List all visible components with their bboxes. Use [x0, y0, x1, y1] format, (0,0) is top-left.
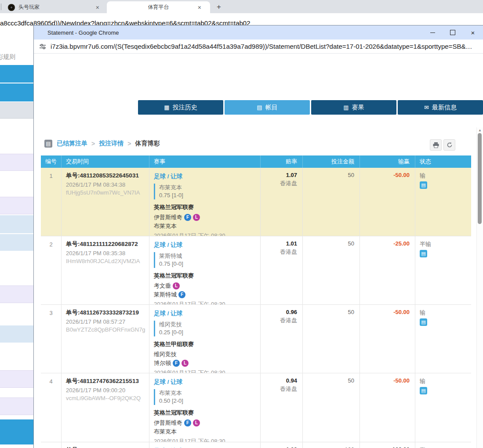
scrollbar-thumb[interactable] — [478, 133, 482, 224]
odds-value: 0.96 — [265, 309, 297, 315]
result-icon[interactable]: ▤ — [420, 387, 427, 394]
nav-bet-history-button[interactable]: ▦ 投注历史 — [138, 100, 223, 115]
pick-team: 布莱克本 — [159, 184, 256, 191]
handicap: 0.75 [1-0] — [159, 191, 256, 199]
window-title: Statement - Google Chrome — [47, 29, 119, 36]
nav-accounts-button[interactable]: ▤ 帐目 — [225, 100, 310, 115]
stripe — [0, 83, 33, 101]
odds-value: 1.08 — [265, 446, 297, 448]
stripe — [0, 325, 33, 343]
stripe — [0, 102, 33, 119]
live-badge: L — [193, 214, 200, 221]
bet-ref: fUHjg5sU7n0wm7Wc_VN7IA — [66, 189, 145, 196]
scroll-up-arrow[interactable]: ▲ — [477, 128, 483, 132]
status-label: 赢 — [420, 446, 467, 448]
breadcrumb-separator: > — [127, 140, 131, 147]
bet-id: 单号:481146842369753218 — [66, 446, 145, 448]
result-icon[interactable]: ▤ — [420, 181, 427, 189]
bet-id: 单号:481127476362215513 — [66, 377, 145, 385]
url-text[interactable]: i7z3ia.bpvmr7u6.com/(S(Tesqedix6ebcbc9af… — [51, 43, 472, 50]
row-number: 5 — [41, 442, 62, 448]
breadcrumb-settled-bets[interactable]: 已结算注单 — [57, 140, 87, 148]
stripe — [0, 285, 33, 303]
col-event: 赛事 — [149, 155, 261, 168]
print-button[interactable] — [430, 139, 442, 151]
odds-value: 1.07 — [265, 172, 297, 178]
tab-divider — [1, 4, 1, 10]
stripe — [0, 419, 33, 444]
screen: 头号玩家 × 体育平台 × + a8ccc3dfca89605d))/NewIn… — [0, 0, 483, 448]
winloss-amount: -25.00 — [360, 236, 415, 304]
result-icon[interactable]: ▤ — [420, 318, 427, 326]
pick-team: 维冈竞技 — [159, 321, 256, 329]
close-window-button[interactable]: × — [463, 25, 483, 40]
home-team-line: 维冈竞技 — [154, 350, 256, 359]
grid-icon: ▦ — [164, 104, 169, 111]
nav-label: 最新信息 — [432, 104, 457, 112]
nav-latest-info-button[interactable]: ✉ 最新信息 — [398, 100, 483, 115]
market-link[interactable]: 足球 / 让球 — [154, 378, 182, 386]
maximize-button[interactable] — [443, 25, 463, 40]
bet-id: 单号:481126733332873219 — [66, 309, 145, 317]
mail-icon: ✉ — [424, 104, 429, 111]
table-row: 3 单号:481126733332873219 2026/1/17 PM 08:… — [41, 305, 471, 373]
tab-touhao-wanjia[interactable]: 头号玩家 × — [4, 1, 104, 13]
table-row: 2 单号:481121111220682872 2026/1/17 PM 08:… — [41, 236, 471, 305]
nav-label: 投注历史 — [173, 104, 197, 112]
status-label: 输 — [420, 377, 467, 385]
live-badge: L — [193, 419, 200, 426]
results-icon: ▥ — [343, 104, 349, 111]
popup-scrollbar[interactable]: ▲ — [476, 127, 483, 448]
market-link[interactable]: 足球 / 让球 — [154, 173, 182, 181]
market-link[interactable]: 足球 / 让球 — [154, 241, 182, 249]
site-settings-icon[interactable] — [39, 43, 46, 50]
stake-amount: 50 — [303, 236, 360, 304]
breadcrumb-bet-details[interactable]: 投注详情 — [99, 140, 123, 148]
first-half-badge: F — [178, 291, 185, 298]
refresh-button[interactable] — [443, 139, 455, 151]
minimize-icon — [430, 33, 435, 33]
pick-box: 布莱克本 0.50 [2-0] — [154, 389, 256, 405]
stripe — [0, 215, 33, 234]
statement-doc-icon: ▤ — [44, 140, 52, 148]
nav-results-button[interactable]: ▥ 赛果 — [311, 100, 396, 115]
match-time: 2026年01月17日 下午 08:30 — [154, 437, 256, 442]
stripe — [0, 154, 33, 171]
winloss-amount: 108.00 — [360, 442, 415, 448]
table-header-row: 编号 交易时间 赛事 赔率 投注金额 输赢 状态 — [41, 155, 471, 168]
handicap: 0.25 [0-0] — [159, 329, 256, 336]
col-winloss: 输赢 — [360, 155, 415, 168]
tab-sports-platform[interactable]: 体育平台 × — [107, 1, 210, 13]
stripe — [0, 65, 33, 83]
home-team-line: 伊普斯维奇 F L — [154, 419, 256, 427]
table-toolbar — [430, 139, 455, 151]
odds-value: 1.01 — [265, 240, 297, 247]
new-tab-button[interactable]: + — [214, 2, 224, 12]
address-bar[interactable]: i7z3ia.bpvmr7u6.com/(S(Tesqedix6ebcbc9af… — [34, 40, 483, 54]
table-row: 5 单号:481146842369753218 2026/1/17 PM 10:… — [41, 442, 471, 448]
close-icon[interactable]: × — [198, 4, 201, 11]
col-status: 状态 — [415, 155, 471, 168]
close-icon[interactable]: × — [96, 4, 99, 11]
minimize-button[interactable] — [422, 25, 443, 40]
bet-ref: IHmW8rh0RJCALd2XjVMZiA — [66, 258, 145, 264]
odds-type: 香港盘 — [265, 180, 297, 188]
popup-title-bar[interactable]: Statement - Google Chrome × — [34, 25, 483, 40]
result-icon[interactable]: ▤ — [420, 250, 427, 257]
handicap: 0.75 [0-0] — [159, 260, 256, 268]
bet-id: 单号:481121111220682872 — [66, 240, 145, 248]
nav-label: 赛果 — [352, 104, 364, 112]
breadcrumb: ▤ 已结算注单 > 投注详情 > 体育博彩 — [44, 140, 160, 148]
odds-value: 0.94 — [265, 377, 297, 384]
nav-button-row: ▦ 投注历史 ▤ 帐目 ▥ 赛果 ✉ 最新信息 — [138, 100, 483, 115]
col-transaction-time: 交易时间 — [62, 155, 149, 168]
market-link[interactable]: 足球 / 让球 — [154, 310, 182, 318]
status-label: 半输 — [420, 240, 467, 248]
winloss-amount: -50.00 — [360, 373, 415, 442]
row-number: 1 — [41, 168, 62, 236]
away-team-line: 博尔顿 F L — [154, 359, 256, 368]
bet-id: 单号:481120853522645031 — [66, 172, 145, 180]
bets-table: 编号 交易时间 赛事 赔率 投注金额 输赢 状态 1 单号:4811208535… — [41, 155, 471, 448]
background-sidebar-text: 彩规则 — [0, 53, 15, 61]
stripe — [0, 234, 33, 251]
